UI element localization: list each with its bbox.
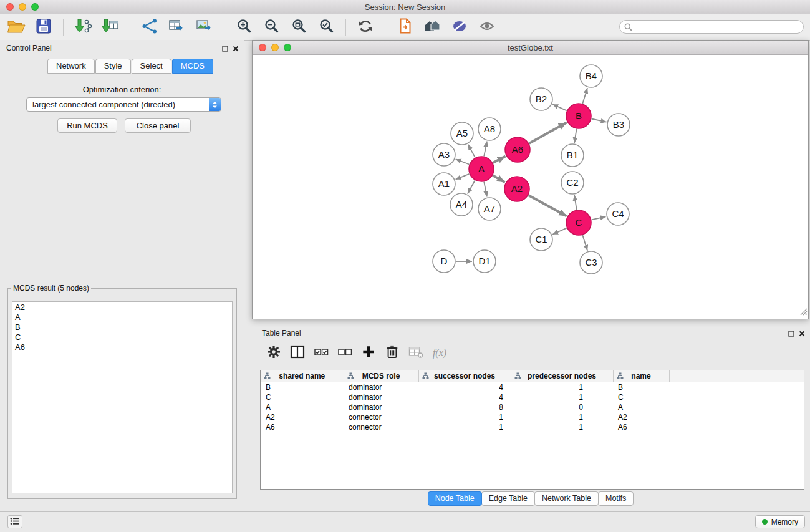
network-zoom-button[interactable] <box>284 44 291 51</box>
node-B3[interactable]: B3 <box>607 114 630 136</box>
node-A6[interactable]: A6 <box>505 137 530 162</box>
select-all-button[interactable] <box>310 344 332 362</box>
node-A7[interactable]: A7 <box>478 198 501 220</box>
close-panel-icon[interactable] <box>799 328 805 339</box>
column-header-MCDS-role[interactable]: MCDS role <box>344 370 418 382</box>
delete-table-button[interactable] <box>405 344 427 362</box>
tab-network[interactable]: Network <box>47 59 95 74</box>
node-B[interactable]: B <box>566 104 591 128</box>
task-history-button[interactable] <box>7 515 22 528</box>
edge-A-A2[interactable] <box>493 175 505 182</box>
minimize-window-button[interactable] <box>19 3 26 11</box>
open-session-button[interactable] <box>4 17 29 38</box>
table-row[interactable]: A6connector11A6 <box>261 422 804 432</box>
open-session-file-button[interactable] <box>392 17 417 38</box>
float-panel-icon[interactable] <box>788 328 794 339</box>
node-A3[interactable]: A3 <box>433 143 455 166</box>
node-D[interactable]: D <box>433 250 455 273</box>
tab-edge-table[interactable]: Edge Table <box>481 491 535 506</box>
export-image-button[interactable] <box>192 17 217 38</box>
column-header-shared-name[interactable]: shared name <box>261 370 344 382</box>
delete-column-button[interactable] <box>381 344 403 362</box>
show-columns-button[interactable] <box>286 344 309 362</box>
function-builder-button[interactable]: f(x) <box>428 344 451 362</box>
node-A5[interactable]: A5 <box>451 122 473 145</box>
first-neighbors-button[interactable] <box>420 17 445 38</box>
edge-A-A6[interactable] <box>493 156 506 163</box>
search-input[interactable] <box>632 21 803 32</box>
node-B4[interactable]: B4 <box>580 65 602 87</box>
table-row[interactable]: Cdominator41C <box>261 392 804 402</box>
close-panel-button[interactable]: Close panel <box>125 118 191 133</box>
zoom-in-button[interactable] <box>231 17 256 38</box>
edge-A-A4[interactable] <box>468 180 475 193</box>
close-window-button[interactable] <box>6 3 14 11</box>
refresh-button[interactable] <box>353 17 378 38</box>
zoom-window-button[interactable] <box>31 3 39 11</box>
edge-A-A7[interactable] <box>484 182 487 197</box>
deselect-all-button[interactable] <box>334 344 356 362</box>
edge-C-C4[interactable] <box>592 216 606 220</box>
save-session-button[interactable] <box>31 17 56 38</box>
tab-select[interactable]: Select <box>132 59 171 74</box>
create-column-button[interactable] <box>357 344 380 362</box>
node-C3[interactable]: C3 <box>580 251 602 274</box>
edge-B-B4[interactable] <box>582 88 587 104</box>
table-settings-button[interactable] <box>263 344 285 362</box>
zoom-selected-button[interactable] <box>314 17 339 38</box>
node-table[interactable]: shared nameMCDS rolesuccessor nodesprede… <box>260 370 804 490</box>
tab-mcds[interactable]: MCDS <box>172 59 213 74</box>
tab-network-table[interactable]: Network Table <box>534 491 599 506</box>
node-A2[interactable]: A2 <box>504 177 529 201</box>
run-mcds-button[interactable]: Run MCDS <box>57 118 117 133</box>
edge-A6-B[interactable] <box>529 123 566 143</box>
tab-style[interactable]: Style <box>95 59 131 74</box>
edge-A-A5[interactable] <box>468 145 475 158</box>
new-network-button[interactable] <box>137 17 162 38</box>
mcds-result-item[interactable]: B <box>15 322 229 332</box>
edge-A-A8[interactable] <box>484 142 487 157</box>
table-row[interactable]: A2connector11A2 <box>261 412 804 422</box>
mcds-result-item[interactable]: A2 <box>15 302 229 312</box>
node-C2[interactable]: C2 <box>561 172 584 194</box>
node-B1[interactable]: B1 <box>561 144 584 167</box>
node-A1[interactable]: A1 <box>433 173 455 195</box>
mcds-result-item[interactable]: A6 <box>15 342 229 352</box>
node-A[interactable]: A <box>469 157 494 181</box>
edge-A2-C[interactable] <box>528 195 566 216</box>
node-A8[interactable]: A8 <box>478 118 501 140</box>
tab-node-table[interactable]: Node Table <box>428 491 482 506</box>
export-table-button[interactable] <box>165 17 190 38</box>
mcds-result-item[interactable]: A <box>15 312 229 322</box>
zoom-out-button[interactable] <box>259 17 284 38</box>
network-canvas[interactable]: AA1A2A3A4A5A6A7A8BB1B2B3B4CC1C2C3C4DD1 <box>253 55 808 319</box>
mcds-result-item[interactable]: C <box>15 332 229 342</box>
edge-C-C2[interactable] <box>574 195 577 210</box>
table-row[interactable]: Bdominator41B <box>261 382 804 393</box>
column-header-predecessor-nodes[interactable]: predecessor nodes <box>511 370 613 382</box>
criterion-dropdown[interactable]: largest connected component (directed) <box>26 97 221 112</box>
annotation-mode-button[interactable] <box>447 17 472 38</box>
column-header-name[interactable]: name <box>613 370 669 382</box>
column-header-successor-nodes[interactable]: successor nodes <box>418 370 511 382</box>
memory-button[interactable]: Memory <box>755 515 805 528</box>
edge-C-C3[interactable] <box>582 235 587 251</box>
search-field[interactable] <box>619 20 804 34</box>
edge-C-C1[interactable] <box>552 228 567 235</box>
edge-B-B3[interactable] <box>592 119 607 122</box>
show-hide-graphics-button[interactable] <box>475 17 499 38</box>
edge-A-A3[interactable] <box>456 159 470 164</box>
edge-A-A1[interactable] <box>456 174 470 180</box>
resize-grip-icon[interactable] <box>800 307 808 318</box>
network-close-button[interactable] <box>259 44 266 51</box>
mcds-result-list[interactable]: A2ABCA6 <box>12 301 233 493</box>
import-network-button[interactable] <box>70 17 95 38</box>
edge-B-B1[interactable] <box>574 129 577 143</box>
float-panel-icon[interactable] <box>222 43 228 54</box>
network-minimize-button[interactable] <box>271 44 279 51</box>
node-B2[interactable]: B2 <box>530 88 552 110</box>
node-D1[interactable]: D1 <box>473 250 496 273</box>
import-table-button[interactable] <box>98 17 123 38</box>
close-panel-icon[interactable] <box>233 43 239 54</box>
node-C[interactable]: C <box>566 210 591 235</box>
